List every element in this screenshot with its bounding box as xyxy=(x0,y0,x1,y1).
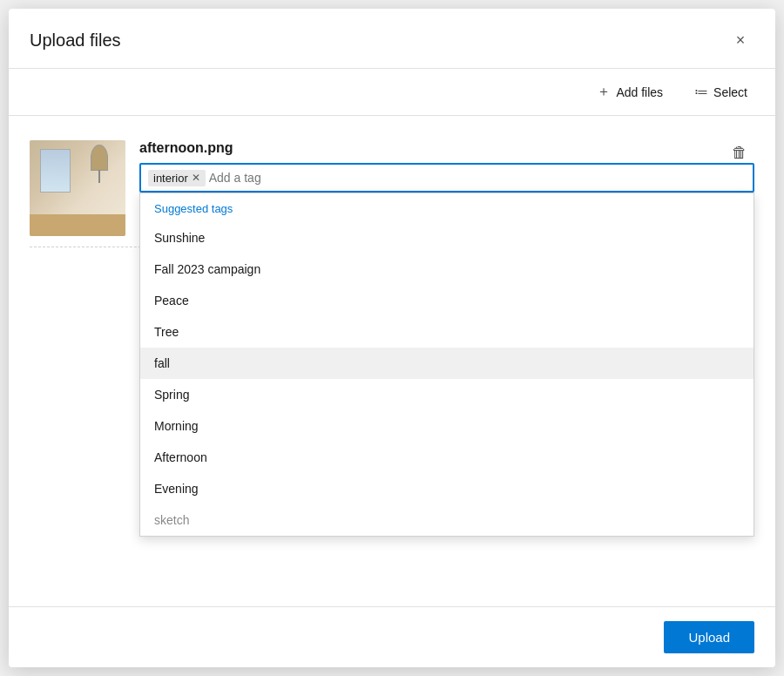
plus-icon: ＋ xyxy=(597,83,611,101)
dropdown-item[interactable]: Afternoon xyxy=(140,442,754,473)
dropdown-item[interactable]: Evening xyxy=(140,473,754,504)
dialog-header: Upload files × xyxy=(9,9,775,69)
dropdown-section-label: Suggested tags xyxy=(140,193,754,222)
trash-icon: 🗑 xyxy=(732,144,747,161)
dropdown-item[interactable]: sketch xyxy=(140,504,754,536)
select-label: Select xyxy=(713,85,747,99)
toolbar: ＋ Add files ≔ Select xyxy=(9,69,775,116)
thumb-window-detail xyxy=(40,149,71,193)
dropdown-item[interactable]: Spring xyxy=(140,379,754,410)
dropdown-item[interactable]: Morning xyxy=(140,410,754,442)
close-button[interactable]: × xyxy=(727,26,754,54)
tag-chip-remove-button[interactable]: ✕ xyxy=(192,172,200,183)
dropdown-item[interactable]: Sunshine xyxy=(140,222,754,254)
tag-chip-label: interior xyxy=(153,172,188,185)
file-thumbnail xyxy=(30,140,125,236)
add-files-label: Add files xyxy=(616,85,663,99)
dialog-footer: Upload xyxy=(9,606,775,667)
tag-input-field[interactable] xyxy=(209,171,746,185)
thumb-floor-detail xyxy=(30,214,125,236)
dropdown-item[interactable]: Fall 2023 campaign xyxy=(140,254,754,285)
tag-dropdown: Suggested tags Sunshine Fall 2023 campai… xyxy=(139,193,754,537)
dialog-title: Upload files xyxy=(30,30,121,51)
delete-file-button[interactable]: 🗑 xyxy=(725,140,754,166)
dropdown-item[interactable]: Tree xyxy=(140,316,754,348)
select-button[interactable]: ≔ Select xyxy=(687,80,754,104)
list-icon: ≔ xyxy=(694,84,708,100)
file-name: afternoon.png xyxy=(139,140,754,156)
upload-button[interactable]: Upload xyxy=(664,621,754,653)
dropdown-item[interactable]: Peace xyxy=(140,285,754,316)
thumbnail-image xyxy=(30,140,125,236)
tag-chip-interior: interior ✕ xyxy=(148,170,206,186)
thumb-lamp-detail xyxy=(91,145,108,171)
tag-input-container[interactable]: interior ✕ xyxy=(139,163,754,193)
content-area: afternoon.png interior ✕ Suggested tags … xyxy=(9,116,775,606)
file-details: afternoon.png interior ✕ Suggested tags … xyxy=(139,140,754,193)
add-files-button[interactable]: ＋ Add files xyxy=(590,79,670,105)
tag-input-wrapper: interior ✕ Suggested tags Sunshine Fall … xyxy=(139,163,754,193)
upload-dialog: Upload files × ＋ Add files ≔ Select xyxy=(9,9,775,667)
file-item: afternoon.png interior ✕ Suggested tags … xyxy=(30,130,754,247)
dropdown-item-highlighted[interactable]: fall xyxy=(140,348,754,379)
